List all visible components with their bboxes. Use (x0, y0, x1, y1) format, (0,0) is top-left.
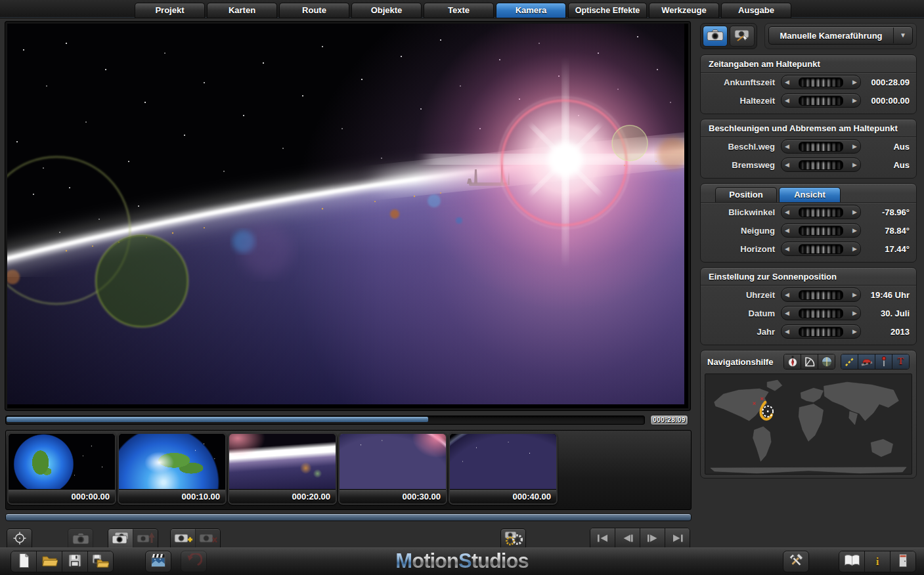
tools-button[interactable] (783, 551, 809, 572)
vehicle-icon[interactable] (858, 354, 875, 369)
keyframe-thumbnail-2[interactable]: 000:10.00 (118, 433, 227, 505)
new-project-button[interactable] (11, 551, 36, 572)
spinner-increment-arrow[interactable]: ▶ (852, 140, 857, 153)
spinner-decrement-arrow[interactable]: ◀ (785, 325, 789, 338)
spinner-drum[interactable] (799, 77, 843, 87)
current-time-display: 000:28.09 (650, 415, 688, 425)
spinner-decrement-arrow[interactable]: ◀ (785, 75, 789, 89)
camera-guidance-dropdown[interactable]: Manuelle Kameraführung ▼ (768, 26, 913, 45)
preview-viewport[interactable] (5, 22, 690, 410)
tab-karten[interactable]: Karten (207, 3, 277, 18)
spinner-decrement-arrow[interactable]: ◀ (785, 242, 789, 255)
keyframe-thumbnail-1[interactable]: 000:00.00 (7, 433, 116, 505)
row-label: Neigung (707, 226, 781, 236)
horizon-globe-icon[interactable] (818, 354, 835, 369)
spinner-decrement-arrow[interactable]: ◀ (785, 288, 789, 301)
world-map[interactable] (705, 373, 912, 475)
horizont-spinner[interactable]: ◀ ▶ (781, 242, 861, 256)
spinner-increment-arrow[interactable]: ▶ (852, 205, 857, 219)
spinner-increment-arrow[interactable]: ▶ (852, 75, 857, 89)
thumbnail-timestamp: 000:10.00 (119, 489, 225, 504)
tab-optische-effekte[interactable]: Optische Effekte (568, 3, 647, 18)
timeline-progress-bar[interactable] (5, 415, 645, 425)
tab-objekte[interactable]: Objekte (351, 3, 422, 18)
nav-instrument-group (783, 354, 835, 370)
spinner-drum[interactable] (799, 244, 843, 254)
jahr-spinner[interactable]: ◀ ▶ (781, 324, 861, 339)
marker-pin-icon[interactable] (875, 354, 892, 369)
thumbnail-timestamp: 000:30.00 (340, 489, 446, 504)
datum-spinner[interactable]: ◀ ▶ (781, 306, 861, 320)
spinner-drum[interactable] (799, 309, 843, 318)
text-overlay-icon[interactable]: T (892, 354, 909, 369)
jahr-row: Jahr ◀ ▶ 2013 (707, 322, 910, 341)
spinner-decrement-arrow[interactable]: ◀ (785, 205, 789, 219)
step-forward-icon (646, 534, 660, 545)
camera-mode-manual-button[interactable] (703, 26, 728, 47)
haltezeit-spinner[interactable]: ◀ ▶ (781, 93, 861, 108)
spinner-increment-arrow[interactable]: ▶ (852, 158, 857, 171)
protractor-icon[interactable] (801, 354, 818, 369)
uhrzeit-spinner[interactable]: ◀ ▶ (781, 288, 861, 302)
camera-icon (72, 532, 89, 547)
spinner-increment-arrow[interactable]: ▶ (852, 307, 857, 320)
undo-arrow-icon (185, 553, 202, 570)
spinner-drum[interactable] (799, 96, 843, 106)
tab-position[interactable]: Position (715, 187, 777, 202)
spinner-increment-arrow[interactable]: ▶ (852, 242, 857, 255)
help-group: i (839, 551, 916, 572)
spinner-drum[interactable] (799, 207, 843, 217)
tab-kamera[interactable]: Kamera (496, 3, 566, 18)
bremsweg-spinner[interactable]: ◀ ▶ (781, 158, 861, 172)
skip-last-icon (671, 534, 685, 545)
spinner-decrement-arrow[interactable]: ◀ (785, 158, 789, 171)
accel-section: Beschleunigen und Abbremsen am Haltepunk… (700, 119, 917, 179)
timeline-progress-fill (7, 417, 428, 422)
spinner-decrement-arrow[interactable]: ◀ (785, 224, 789, 237)
spinner-drum[interactable] (799, 142, 843, 152)
keyframe-thumbnail-4[interactable]: 000:30.00 (338, 433, 447, 505)
spinner-increment-arrow[interactable]: ▶ (852, 288, 857, 301)
tab-ansicht[interactable]: Ansicht (779, 187, 841, 202)
neigung-spinner[interactable]: ◀ ▶ (781, 223, 861, 238)
save-project-button[interactable] (62, 551, 87, 572)
ankunftszeit-spinner[interactable]: ◀ ▶ (781, 75, 861, 89)
thumbnail-image (9, 434, 115, 489)
preview-render-button[interactable] (145, 551, 171, 572)
spinner-increment-arrow[interactable]: ▶ (852, 325, 857, 338)
chevron-down-icon[interactable]: ▼ (893, 28, 912, 43)
camera-add-icon (174, 531, 192, 548)
keyframe-thumbnail-5[interactable]: 000:40.00 (449, 433, 558, 505)
tab-route[interactable]: Route (279, 3, 349, 18)
timeline-scrollbar[interactable] (5, 513, 692, 521)
manual-button[interactable] (839, 551, 864, 572)
blickwinkel-spinner[interactable]: ◀ ▶ (781, 205, 861, 219)
undo-button[interactable] (181, 551, 207, 572)
keyframe-thumbnail-3[interactable]: 000:20.00 (228, 433, 337, 505)
row-value: 78.84° (861, 226, 910, 236)
tab-texte[interactable]: Texte (424, 3, 494, 18)
camera-mode-edit-button[interactable] (730, 26, 755, 47)
compass-icon[interactable] (784, 354, 801, 369)
spinner-decrement-arrow[interactable]: ◀ (785, 140, 789, 153)
camera-icon (707, 28, 724, 44)
open-project-button[interactable] (36, 551, 62, 572)
info-button[interactable]: i (864, 551, 890, 572)
spinner-increment-arrow[interactable]: ▶ (852, 224, 857, 237)
spinner-decrement-arrow[interactable]: ◀ (785, 94, 789, 107)
spinner-drum[interactable] (799, 226, 843, 236)
spinner-decrement-arrow[interactable]: ◀ (785, 307, 789, 320)
tab-projekt[interactable]: Projekt (135, 3, 205, 18)
spinner-drum[interactable] (799, 327, 843, 337)
row-label: Haltezeit (707, 96, 781, 106)
save-as-button[interactable] (87, 551, 113, 572)
tab-werkzeuge[interactable]: Werkzeuge (649, 3, 719, 18)
spinner-increment-arrow[interactable]: ▶ (852, 94, 857, 107)
spinner-drum[interactable] (799, 290, 843, 300)
row-value: 2013 (861, 327, 910, 337)
beschlweg-spinner[interactable]: ◀ ▶ (781, 139, 861, 154)
exit-button[interactable] (890, 551, 915, 572)
spinner-drum[interactable] (799, 160, 843, 170)
route-line-icon[interactable] (841, 354, 858, 369)
tab-ausgabe[interactable]: Ausgabe (721, 3, 791, 18)
